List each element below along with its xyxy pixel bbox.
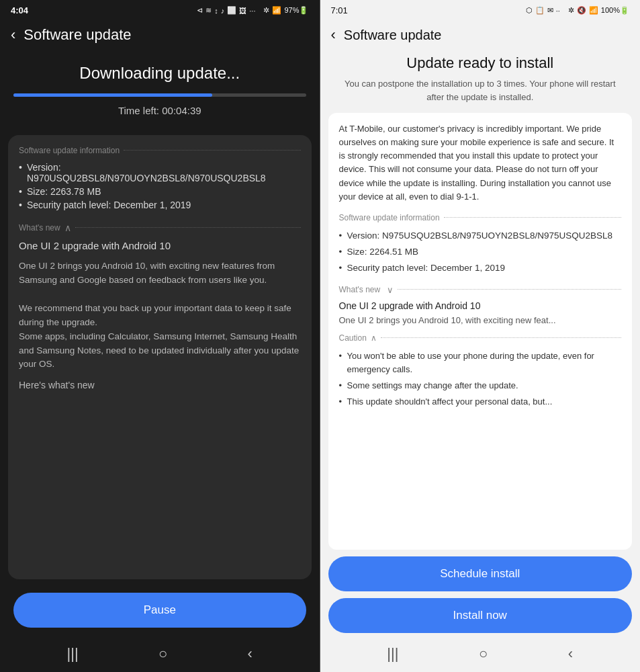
navigation-icon: ⊲ xyxy=(197,6,203,15)
progress-bar-container xyxy=(13,93,306,97)
nav-bar-right: ||| ○ ‹ xyxy=(320,638,641,672)
page-title-left: Software update xyxy=(24,26,131,44)
chevron-down-icon: ∨ xyxy=(387,285,394,295)
whats-new-header-left: What's new ∧ xyxy=(19,222,301,233)
bluetooth-icon-right: ✲ xyxy=(568,6,574,15)
list-item: Security patch level: December 1, 2019 xyxy=(339,260,622,276)
battery-text-right: 100%🔋 xyxy=(601,6,629,15)
pause-button-container: Pause xyxy=(0,585,320,638)
list-item: Size: 2263.78 MB xyxy=(19,185,301,198)
status-icons-right: ⬡ 📋 ✉ ·· ✲ 🔇 📶 100%🔋 xyxy=(526,6,629,15)
right-panel: 7:01 ⬡ 📋 ✉ ·· ✲ 🔇 📶 100%🔋 ‹ Software upd… xyxy=(320,0,641,672)
mail-icon: ✉ xyxy=(547,6,553,15)
whats-new-title-left: One UI 2 upgrade with Android 10 xyxy=(19,240,301,251)
info-card-left: Software update information Version: N97… xyxy=(8,135,312,579)
gallery-icon: 🖼 xyxy=(239,7,246,15)
header-left: ‹ Software update xyxy=(0,18,320,57)
install-now-button[interactable]: Install now xyxy=(328,598,633,633)
back-nav-button-right[interactable]: ‹ xyxy=(568,645,573,663)
here-what-label: Here's what's new xyxy=(19,380,301,390)
list-item: This update shouldn't affect your person… xyxy=(339,394,622,410)
list-item: Security patch level: December 1, 2019 xyxy=(19,198,301,212)
whats-new-body-left: One UI 2 brings you Android 10, with exc… xyxy=(19,259,301,372)
time-left: 4:04 xyxy=(11,5,28,15)
update-ready-subtitle: You can postpone the installation up to … xyxy=(328,77,633,103)
white-card: At T-Mobile, our customer's privacy is i… xyxy=(328,113,633,550)
media-icon: ♪ xyxy=(221,7,225,15)
info-list-right: Version: N975USQU2BSL8/N975UOYN2BSL8/N97… xyxy=(339,228,622,277)
more-icon-right: ·· xyxy=(556,7,560,15)
list-item: You won't be able to use your phone duri… xyxy=(339,348,622,378)
back-button-left[interactable]: ‹ xyxy=(11,26,15,44)
signal-icon: ≋ xyxy=(205,6,212,15)
home-button-left[interactable]: ○ xyxy=(158,645,167,663)
more-icon: ··· xyxy=(249,7,255,15)
whats-new-header-right: What's new ∨ xyxy=(339,285,622,295)
recent-apps-button-left[interactable]: ||| xyxy=(67,645,79,663)
screenshot-icon: ⬜ xyxy=(227,6,236,15)
page-title-right: Software update xyxy=(344,28,442,43)
battery-text: 97%🔋 xyxy=(284,6,308,15)
tmobile-notice: At T-Mobile, our customer's privacy is i… xyxy=(339,122,622,204)
list-item: Version: N975USQU2BSL8/N975UOYN2BSL8/N97… xyxy=(339,228,622,244)
back-button-right[interactable]: ‹ xyxy=(331,26,336,44)
info-section-label-left: Software update information xyxy=(19,146,301,155)
caution-list: You won't be able to use your phone duri… xyxy=(339,348,622,411)
whats-new-body-right: One UI 2 brings you Android 10, with exc… xyxy=(339,315,622,325)
whats-new-title-right: One UI 2 upgrade with Android 10 xyxy=(339,300,622,311)
notification-icon: ⬡ xyxy=(526,6,533,15)
status-bar-right: 7:01 ⬡ 📋 ✉ ·· ✲ 🔇 📶 100%🔋 xyxy=(320,0,641,18)
left-panel: 4:04 ⊲ ≋ ↕ ♪ ⬜ 🖼 ··· ✲ 📶 97%🔋 ‹ Software… xyxy=(0,0,320,672)
schedule-install-button[interactable]: Schedule install xyxy=(328,556,633,591)
nav-bar-left: ||| ○ ‹ xyxy=(0,638,320,672)
chevron-up-icon: ∧ xyxy=(64,222,71,233)
pause-button[interactable]: Pause xyxy=(13,593,306,628)
home-button-right[interactable]: ○ xyxy=(479,645,488,663)
caution-header: Caution ∧ xyxy=(339,333,622,343)
list-item: Version: N970USQU2BSL8/N970UOYN2BSL8/N97… xyxy=(19,161,301,185)
update-ready-title: Update ready to install xyxy=(328,54,633,72)
mute-icon: 🔇 xyxy=(577,6,586,15)
wifi-icon: 📶 xyxy=(272,6,281,15)
info-section-label-right: Software update information xyxy=(339,213,622,222)
bluetooth-icon: ✲ xyxy=(263,6,269,15)
downloading-title: Downloading update... xyxy=(13,64,306,83)
chevron-up-icon-right: ∧ xyxy=(371,333,377,343)
right-content: Update ready to install You can postpone… xyxy=(320,54,641,550)
list-item: Size: 2264.51 MB xyxy=(339,244,622,260)
time-right: 7:01 xyxy=(331,5,348,15)
status-bar-left: 4:04 ⊲ ≋ ↕ ♪ ⬜ 🖼 ··· ✲ 📶 97%🔋 xyxy=(0,0,320,18)
back-nav-button-left[interactable]: ‹ xyxy=(248,645,253,663)
time-left-text: Time left: 00:04:39 xyxy=(13,105,306,116)
recent-apps-button-right[interactable]: ||| xyxy=(387,645,398,663)
header-right: ‹ Software update xyxy=(320,18,641,54)
status-icons-left: ⊲ ≋ ↕ ♪ ⬜ 🖼 ··· ✲ 📶 97%🔋 xyxy=(197,6,308,15)
wifi-icon-right: 📶 xyxy=(589,6,598,15)
list-item: Some settings may change after the updat… xyxy=(339,378,622,394)
clipboard-icon: 📋 xyxy=(535,6,545,15)
info-list-left: Version: N970USQU2BSL8/N970UOYN2BSL8/N97… xyxy=(19,161,301,212)
download-section: Downloading update... Time left: 00:04:3… xyxy=(0,57,320,130)
progress-bar-fill xyxy=(13,93,212,97)
sync-icon: ↕ xyxy=(214,7,218,15)
action-buttons: Schedule install Install now xyxy=(320,550,641,638)
